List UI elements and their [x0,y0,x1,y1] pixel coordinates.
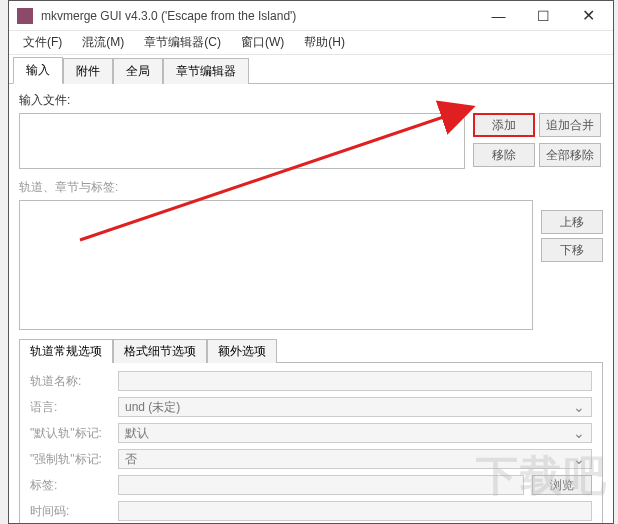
forced-flag-label: "强制轨"标记: [30,451,110,468]
tracks-label: 轨道、章节与标签: [19,179,603,196]
move-up-button[interactable]: 上移 [541,210,603,234]
move-down-button[interactable]: 下移 [541,238,603,262]
close-button[interactable]: ✕ [566,2,611,30]
default-flag-label: "默认轨"标记: [30,425,110,442]
tab-chapter-editor[interactable]: 章节编辑器 [163,58,249,84]
append-button[interactable]: 追加合并 [539,113,601,137]
timecodes-field[interactable] [118,501,592,521]
menu-file[interactable]: 文件(F) [13,32,72,53]
tab-input[interactable]: 输入 [13,57,63,84]
input-files-list[interactable] [19,113,465,169]
forced-flag-combo[interactable]: 否 [118,449,592,469]
tab-attachments[interactable]: 附件 [63,58,113,84]
subtab-format[interactable]: 格式细节选项 [113,339,207,363]
remove-button[interactable]: 移除 [473,143,535,167]
window-title: mkvmerge GUI v4.3.0 ('Escape from the Is… [41,9,476,23]
track-name-label: 轨道名称: [30,373,110,390]
default-flag-combo[interactable]: 默认 [118,423,592,443]
menu-mux[interactable]: 混流(M) [72,32,134,53]
remove-all-button[interactable]: 全部移除 [539,143,601,167]
subtab-extra[interactable]: 额外选项 [207,339,277,363]
input-files-label: 输入文件: [19,92,603,109]
tracks-list[interactable] [19,200,533,330]
timecodes-label: 时间码: [30,503,110,520]
tags-label: 标签: [30,477,110,494]
add-button[interactable]: 添加 [473,113,535,137]
minimize-button[interactable]: — [476,2,521,30]
tags-field[interactable] [118,475,524,495]
menu-window[interactable]: 窗口(W) [231,32,294,53]
tab-global[interactable]: 全局 [113,58,163,84]
maximize-button[interactable]: ☐ [521,2,566,30]
menu-chapters[interactable]: 章节编辑器(C) [134,32,231,53]
subtab-general[interactable]: 轨道常规选项 [19,339,113,363]
language-combo[interactable]: und (未定) [118,397,592,417]
language-label: 语言: [30,399,110,416]
menu-help[interactable]: 帮助(H) [294,32,355,53]
app-icon [17,8,33,24]
browse-tags-button[interactable]: 浏览 [532,475,592,495]
track-name-field[interactable] [118,371,592,391]
